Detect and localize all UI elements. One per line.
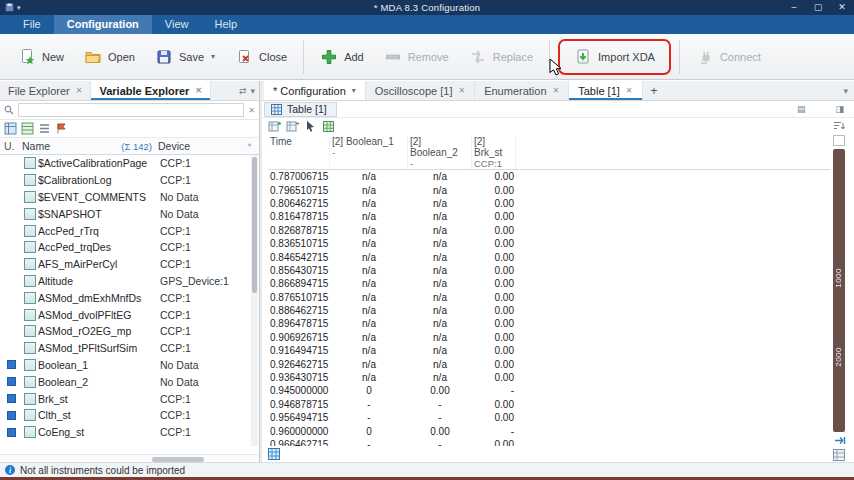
use-checkbox[interactable] [0,411,22,420]
column-options-icon[interactable]: ＊ [245,140,259,153]
ribbon-tab-view[interactable]: View [152,15,202,34]
use-checkbox[interactable] [0,360,22,369]
import-xda-button[interactable]: Import XDA [564,42,665,72]
close-tab-icon[interactable]: ✕ [195,86,202,95]
replace-button[interactable]: Replace [459,42,543,72]
hscrollbar-thumb[interactable] [152,457,204,462]
variable-list-hscrollbar[interactable] [0,454,259,462]
close-tab-icon[interactable]: ✕ [553,86,560,95]
close-tab-icon[interactable]: ✕ [458,86,465,95]
device-column-header[interactable]: Device [158,140,245,152]
table-row[interactable]: 0.856430715 n/a n/a 0.00 [268,264,830,277]
group-view-icon[interactable] [21,122,34,135]
use-column-header[interactable]: U. [0,140,22,152]
overview-viewport-box[interactable] [833,135,845,146]
variable-row[interactable]: Clth_st CCP:1 [0,407,259,424]
quick-access-caret-icon[interactable]: ▾ [17,4,21,12]
col-boolean2[interactable]: [2] Boolean_2 - [408,136,472,169]
tab-table[interactable]: Table [1] ✕ [569,81,642,100]
variable-row[interactable]: $EVENT_COMMENTS No Data [0,189,259,206]
instrument-tab-table[interactable]: Table [1] [264,102,337,117]
col-boolean1[interactable]: [2] Boolean_1 - [330,136,408,169]
variable-row[interactable]: AFS_mAirPerCyl CCP:1 [0,256,259,273]
name-column-header[interactable]: Name (Σ 142) [22,140,158,152]
close-config-button[interactable]: Close [225,42,297,72]
add-button[interactable]: Add [310,42,374,72]
variable-row[interactable]: Boolean_1 No Data [0,357,259,374]
table-row[interactable]: 0.926462715 n/a n/a 0.00 [268,357,830,370]
table-row[interactable]: 0.916494715 n/a n/a 0.00 [268,344,830,357]
variable-row[interactable]: ASMod_rO2EG_mp CCP:1 [0,323,259,340]
table-row[interactable]: 0.906926715 n/a n/a 0.00 [268,331,830,344]
ribbon-tab-file[interactable]: File [10,15,54,34]
variable-row[interactable]: ASMod_dmExhMnfDs CCP:1 [0,289,259,306]
remove-button[interactable]: Remove [374,42,459,72]
open-button[interactable]: Open [74,42,145,72]
table-row[interactable]: 0.896478715 n/a n/a 0.00 [268,317,830,330]
jump-to-cursor-icon[interactable] [833,435,846,446]
filter-flag-icon[interactable] [55,122,68,135]
variable-row[interactable]: ASMod_tPFltSurfSim CCP:1 [0,340,259,357]
panel-menu-icon[interactable]: ▾ [250,86,255,96]
layout-panel-icon[interactable]: ▤ [797,104,806,114]
close-panel-icon[interactable]: ✕ [248,106,255,115]
maximize-instrument-icon[interactable]: ◨ [835,104,844,114]
tab-overflow-icon[interactable]: ▾ [843,81,854,100]
scrollbar-thumb[interactable] [252,157,257,293]
variable-list-scrollbar[interactable] [251,155,258,446]
table-row[interactable]: 0.836510715 n/a n/a 0.00 [268,237,830,250]
table-config-icon[interactable] [268,448,280,460]
variable-row[interactable]: AccPed_rTrq CCP:1 [0,222,259,239]
variable-row[interactable]: Brk_st CCP:1 [0,390,259,407]
sync-table-icon[interactable] [322,120,335,133]
tab-oscilloscope[interactable]: Oscilloscope [1] ✕ [366,81,475,100]
add-column-icon[interactable] [268,120,281,133]
variable-row[interactable]: CoEng_st CCP:1 [0,424,259,441]
table-row[interactable]: 0.846542715 n/a n/a 0.00 [268,250,830,263]
tab-configuration[interactable]: * Configuration ▾ [264,81,366,100]
add-tab-button[interactable]: + [643,81,666,100]
use-checkbox[interactable] [0,377,22,386]
table-row[interactable]: 0.796510715 n/a n/a 0.00 [268,183,830,196]
save-caret-icon[interactable]: ▾ [211,52,215,61]
variable-row[interactable]: $SNAPSHOT No Data [0,205,259,222]
table-row[interactable]: 0.966462715 - - 0.00 [268,438,830,446]
connect-button[interactable]: Connect [686,42,771,72]
tab-variable-explorer[interactable]: Variable Explorer ✕ [91,81,211,100]
table-row[interactable]: 0.876510715 n/a n/a 0.00 [268,291,830,304]
close-tab-icon[interactable]: ✕ [76,86,83,95]
search-input[interactable] [18,103,244,117]
close-button[interactable]: ✕ [830,0,854,15]
table-row[interactable]: 0.886462715 n/a n/a 0.00 [268,304,830,317]
sort-order-icon[interactable] [833,120,845,132]
cursor-mode-icon[interactable] [304,120,317,133]
variable-row[interactable]: AccPed_trqDes CCP:1 [0,239,259,256]
save-button[interactable]: Save ▾ [145,42,225,72]
remove-column-icon[interactable] [286,120,299,133]
tab-enumeration[interactable]: Enumeration ✕ [475,81,569,100]
variable-row[interactable]: $ActiveCalibrationPage CCP:1 [0,155,259,172]
table-row[interactable]: 0.806462715 n/a n/a 0.00 [268,197,830,210]
maximize-button[interactable]: ▢ [806,0,830,15]
close-tab-icon[interactable]: ✕ [626,86,633,95]
ribbon-tab-help[interactable]: Help [202,15,251,34]
table-overview-icon[interactable] [833,449,845,461]
ribbon-tab-configuration[interactable]: Configuration [54,15,152,34]
table-row[interactable]: 0.946878715 - - 0.00 [268,398,830,411]
table-row[interactable]: 0.956494715 - - 0.00 [268,411,830,424]
save-quick-icon[interactable] [5,3,14,12]
new-button[interactable]: New [8,42,74,72]
flat-list-icon[interactable] [38,122,51,135]
table-row[interactable]: 0.960000000 0 0.00 - [268,424,830,437]
table-row[interactable]: 0.816478715 n/a n/a 0.00 [268,210,830,223]
col-brkst[interactable]: [2] Brk_st CCP:1 [472,136,516,169]
table-row[interactable]: 0.936430715 n/a n/a 0.00 [268,371,830,384]
tab-file-explorer[interactable]: File Explorer ✕ [0,81,91,100]
column-config-icon[interactable] [4,122,17,135]
table-row[interactable]: 0.826878715 n/a n/a 0.00 [268,224,830,237]
use-checkbox[interactable] [0,394,22,403]
table-row[interactable]: 0.945000000 0 0.00 - [268,384,830,397]
use-checkbox[interactable] [0,428,22,437]
configuration-tab-caret-icon[interactable]: ▾ [352,86,356,95]
variable-row[interactable]: ASMod_dvolPFltEG CCP:1 [0,306,259,323]
